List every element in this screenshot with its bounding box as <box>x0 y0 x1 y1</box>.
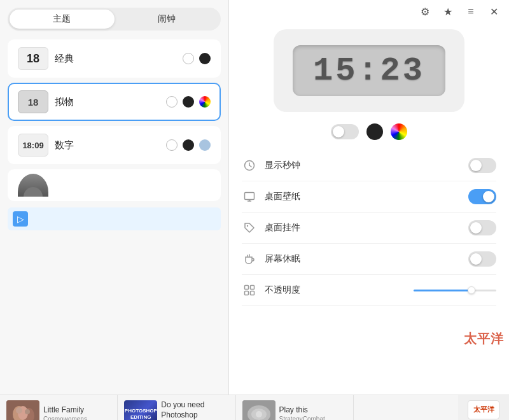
ad-text-strategy: Play this StrategyCombat <box>279 405 325 420</box>
tag-setting-icon <box>242 220 257 235</box>
digital-blue-dot[interactable] <box>199 139 211 151</box>
clock-inner: 15:23 <box>293 45 445 96</box>
tab-theme[interactable]: 主题 <box>10 10 115 29</box>
digital-radio[interactable] <box>166 139 178 151</box>
object-radio[interactable] <box>166 96 178 108</box>
ad-text-photoshop: Do you need Photoshop Photoshop Editing <box>161 400 228 420</box>
star-icon[interactable]: ★ <box>440 4 456 19</box>
tab-alarm[interactable]: 闹钟 <box>115 10 220 29</box>
widget-toggle[interactable] <box>468 220 496 235</box>
ad-item-cosmowomens[interactable]: Little Family Cosmowomens <box>0 395 118 420</box>
ad-title-strategy: Play this <box>279 405 325 416</box>
watermark: 太平洋 <box>460 325 508 353</box>
svg-rect-10 <box>251 286 254 290</box>
ad-play-icon: ▷ <box>13 211 28 227</box>
logo-text: 太平洋 <box>473 405 494 414</box>
svg-point-6 <box>247 225 248 227</box>
show-seconds-toggle[interactable] <box>468 158 496 173</box>
clock-card: 15:23 <box>274 29 464 112</box>
wallpaper-label: 桌面壁纸 <box>265 191 461 202</box>
setting-row-widget: 桌面挂件 <box>242 213 496 244</box>
theme-item-classic[interactable]: 18 经典 <box>8 39 221 78</box>
watermark-text: 太平洋 <box>464 330 504 347</box>
clock-time: 15:23 <box>313 52 425 90</box>
settings-list: 显示秒钟 桌面壁纸 <box>229 150 509 306</box>
ad-title-cosmowomens: Little Family <box>43 405 87 416</box>
menu-icon[interactable]: ≡ <box>463 4 478 19</box>
object-rainbow-dot[interactable] <box>199 96 211 108</box>
right-panel: ⚙ ★ ≡ ✕ 15:23 <box>229 0 509 395</box>
coffee-setting-icon <box>242 251 257 267</box>
show-seconds-label: 显示秒钟 <box>265 160 461 171</box>
svg-point-22 <box>256 411 262 417</box>
classic-controls <box>183 53 211 64</box>
color-options-row <box>331 123 407 140</box>
opacity-slider-container[interactable] <box>414 290 496 291</box>
classic-radio[interactable] <box>183 53 194 64</box>
opacity-slider[interactable] <box>414 290 496 291</box>
color-toggle[interactable] <box>331 124 359 139</box>
theme-preview-classic: 18 <box>18 47 48 70</box>
widget-label: 桌面挂件 <box>265 222 461 234</box>
theme-item-object[interactable]: 18 拟物 <box>8 83 221 121</box>
object-preview-text: 18 <box>28 97 39 108</box>
clock-display-area: 15:23 <box>229 23 509 150</box>
wallpaper-toggle[interactable] <box>468 189 496 204</box>
setting-row-sleep: 屏幕休眠 <box>242 244 496 275</box>
setting-row-opacity: 不透明度 <box>242 275 496 306</box>
digital-theme-name: 数字 <box>55 139 160 151</box>
ad-source-cosmowomens: Cosmowomens <box>43 416 87 420</box>
theme-item-arc[interactable] <box>8 169 221 201</box>
left-ad-banner[interactable]: ▷ <box>8 207 221 230</box>
digital-preview-text: 18:09 <box>22 141 43 150</box>
close-icon[interactable]: ✕ <box>486 4 501 19</box>
theme-list: 18 经典 18 拟物 <box>8 39 221 201</box>
theme-item-digital[interactable]: 18:09 数字 <box>8 126 221 164</box>
ad-item-strategy[interactable]: Play this StrategyCombat <box>236 395 354 420</box>
grid-setting-icon <box>242 283 257 298</box>
classic-theme-name: 经典 <box>55 53 176 65</box>
svg-rect-11 <box>245 291 249 295</box>
theme-preview-arc <box>18 174 48 197</box>
ad-title-photoshop: Do you need Photoshop <box>161 400 228 420</box>
svg-rect-3 <box>245 193 254 200</box>
ad-source-strategy: StrategyCombat <box>279 416 325 420</box>
logo-box: 太平洋 <box>468 400 499 419</box>
classic-preview-text: 18 <box>27 52 39 66</box>
svg-rect-9 <box>245 286 249 290</box>
sleep-label: 屏幕休眠 <box>265 253 461 265</box>
left-panel: 主题 闹钟 18 经典 18 拟物 <box>0 0 229 395</box>
ad-thumb-strategy <box>242 400 275 421</box>
svg-point-17 <box>16 407 22 414</box>
svg-point-18 <box>25 409 30 414</box>
tab-bar: 主题 闹钟 <box>8 8 221 31</box>
object-controls <box>166 96 211 108</box>
rainbow-color-option[interactable] <box>391 123 407 140</box>
black-color-option[interactable] <box>366 123 383 140</box>
site-logo: 太平洋 下载站 <box>468 400 499 421</box>
clock-setting-icon <box>242 158 257 173</box>
bottom-ad-bar: Little Family Cosmowomens PHOTOSHOP EDIT… <box>0 395 509 420</box>
sleep-toggle[interactable] <box>468 251 496 267</box>
top-bar: ⚙ ★ ≡ ✕ <box>229 0 509 23</box>
ad-thumb-cosmowomens <box>6 400 39 421</box>
monitor-setting-icon <box>242 189 257 204</box>
photoshop-thumb-text: PHOTOSHOP EDITING <box>124 407 157 420</box>
svg-rect-12 <box>251 291 254 295</box>
opacity-slider-thumb[interactable] <box>468 286 475 294</box>
ad-item-photoshop[interactable]: PHOTOSHOP EDITING Do you need Photoshop … <box>118 395 235 420</box>
settings-icon[interactable]: ⚙ <box>417 4 433 19</box>
ad-thumb-photoshop: PHOTOSHOP EDITING <box>124 400 157 421</box>
svg-line-2 <box>249 165 251 167</box>
theme-preview-digital: 18:09 <box>18 134 48 157</box>
ad-bar-spacer <box>354 395 458 420</box>
object-theme-name: 拟物 <box>55 96 160 108</box>
site-logo-area: 太平洋 下载站 <box>458 395 509 420</box>
object-black-dot[interactable] <box>183 96 194 108</box>
ad-text-cosmowomens: Little Family Cosmowomens <box>43 405 87 420</box>
setting-row-show-seconds: 显示秒钟 <box>242 150 496 181</box>
opacity-label: 不透明度 <box>265 284 406 296</box>
classic-black-dot[interactable] <box>199 53 211 64</box>
setting-row-wallpaper: 桌面壁纸 <box>242 181 496 213</box>
digital-black-dot[interactable] <box>183 139 194 151</box>
